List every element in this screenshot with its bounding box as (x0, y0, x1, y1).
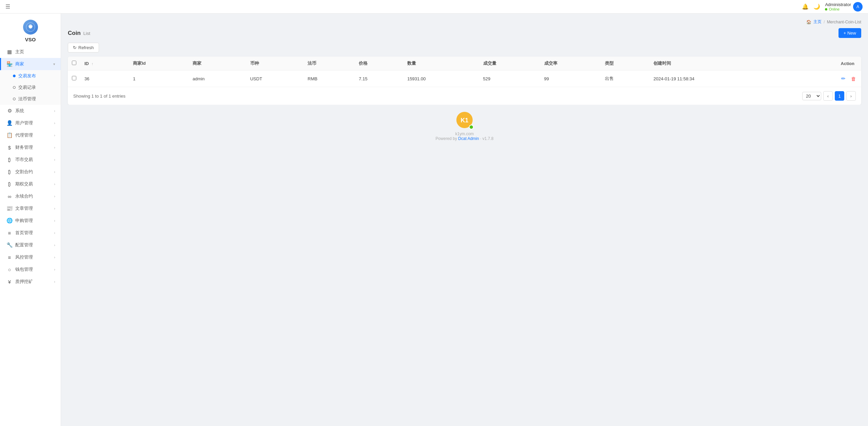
footer-brand-link[interactable]: Dcat Admin (458, 136, 479, 141)
sidebar-item-article-management[interactable]: 📰 文章管理 › (0, 202, 61, 215)
sidebar-item-label: 主页 (15, 49, 24, 55)
row-checkbox[interactable] (72, 76, 76, 80)
submenu-item-fiat-management[interactable]: 法币管理 (0, 93, 61, 105)
hamburger-icon[interactable]: ☰ (5, 3, 10, 10)
user-icon: 👤 (6, 120, 13, 126)
sidebar-item-label: 用户管理 (15, 120, 33, 126)
cell-type: 出售 (601, 70, 649, 87)
apply-icon: 🌐 (6, 218, 13, 224)
merchant-icon: 🏪 (6, 61, 13, 67)
select-all-checkbox[interactable] (72, 61, 76, 65)
delete-icon[interactable]: 🗑 (850, 75, 857, 83)
bell-icon[interactable]: 🔔 (802, 3, 809, 10)
sidebar-item-futures-trade[interactable]: ₿ 期权交易 › (0, 178, 61, 190)
header-merchant: 商家 (189, 57, 246, 70)
avatar[interactable]: A (853, 2, 863, 12)
toolbar: ↻ Refresh (68, 43, 861, 53)
page-size-select[interactable]: 20 50 100 (802, 92, 821, 100)
header-trade-count: 成交率 (540, 57, 601, 70)
moon-icon[interactable]: 🌙 (813, 3, 820, 10)
chevron-right-icon: › (54, 133, 55, 137)
cell-action: ✏ 🗑 (790, 70, 861, 87)
sidebar-item-label: 质押挖矿 (15, 279, 33, 285)
pagination: 20 50 100 ‹ 1 › (802, 91, 856, 101)
sidebar-item-contract-trade[interactable]: ₿ 交割合约 › (0, 166, 61, 178)
home-icon-sm: 🏠 (806, 20, 811, 24)
sidebar-item-perpetual-contract[interactable]: ∞ 永续合约 › (0, 190, 61, 202)
sidebar-item-merchant[interactable]: 🏪 商家 ▾ (0, 58, 61, 70)
coin-table: ID ↑ 商家Id 商家 币种 法币 价格 数量 成交量 成交率 类型 创建时间 (68, 57, 861, 87)
sidebar-item-home-management[interactable]: ≡ 首页管理 › (0, 227, 61, 239)
home-icon: ▦ (6, 49, 13, 55)
futures-icon: ₿ (6, 181, 13, 187)
sidebar-item-agent-management[interactable]: 📋 代理管理 › (0, 129, 61, 141)
sidebar-item-label: 首页管理 (15, 230, 33, 236)
sidebar-item-user-management[interactable]: 👤 用户管理 › (0, 117, 61, 129)
page-title-area: Coin List (68, 30, 90, 37)
sidebar-item-coin-trade[interactable]: ₿ 币市交易 › (0, 154, 61, 166)
page-1-button[interactable]: 1 (835, 91, 844, 101)
chevron-right-icon: › (54, 267, 55, 271)
sidebar-item-mining[interactable]: ¥ 质押挖矿 › (0, 276, 61, 288)
header-id: ID ↑ (80, 57, 129, 70)
chevron-right-icon: › (54, 280, 55, 284)
cell-trade-count: 99 (540, 70, 601, 87)
chevron-down-icon: ▾ (53, 62, 55, 66)
submenu-label: 交易发布 (18, 73, 36, 79)
sidebar-item-wallet-management[interactable]: ○ 钱包管理 › (0, 263, 61, 276)
next-page-button[interactable]: › (846, 91, 856, 101)
logo-area: VSO (0, 14, 61, 46)
header-created-at: 创建时间 (649, 57, 789, 70)
topbar: ☰ 🔔 🌙 Administrator Online A (0, 0, 868, 14)
sidebar-item-config-management[interactable]: 🔧 配置管理 › (0, 239, 61, 251)
sidebar-item-finance-management[interactable]: $ 财务管理 › (0, 141, 61, 154)
prev-page-button[interactable]: ‹ (823, 91, 833, 101)
row-checkbox-cell (68, 70, 80, 87)
cell-quantity: 15931.00 (403, 70, 479, 87)
finance-icon: $ (6, 145, 13, 150)
sidebar-item-label: 永续合约 (15, 193, 33, 199)
agent-icon: 📋 (6, 132, 13, 138)
sub-dot-icon (13, 86, 16, 89)
refresh-icon: ↻ (73, 45, 77, 50)
logo-text: VSO (25, 37, 36, 42)
pagination-info: Showing 1 to 1 of 1 entries (73, 94, 125, 99)
edit-icon[interactable]: ✏ (840, 75, 847, 83)
sidebar-item-risk-management[interactable]: ≡ 风控管理 › (0, 251, 61, 263)
submenu-item-trade-record[interactable]: 交易记录 (0, 82, 61, 93)
layout: VSO ▦ 主页 🏪 商家 ▾ 交易发布 交易记录 (0, 14, 868, 426)
refresh-button[interactable]: ↻ Refresh (68, 43, 99, 53)
breadcrumb-home[interactable]: 主页 (813, 19, 822, 25)
chevron-right-icon: › (54, 121, 55, 125)
risk-icon: ≡ (6, 255, 13, 260)
sidebar-item-label: 系统 (15, 108, 24, 114)
chevron-right-icon: › (54, 219, 55, 223)
header-price: 价格 (355, 57, 403, 70)
new-button[interactable]: + New (839, 28, 861, 38)
page-subtitle: List (83, 31, 90, 36)
logo-icon (23, 20, 38, 35)
header-quantity: 数量 (403, 57, 479, 70)
sidebar-item-label: 文章管理 (15, 205, 33, 211)
user-status: Online (825, 7, 851, 11)
chevron-right-icon: › (54, 145, 55, 149)
sidebar-item-home[interactable]: ▦ 主页 (0, 46, 61, 58)
table-footer: Showing 1 to 1 of 1 entries (68, 87, 861, 105)
sidebar-item-apply-management[interactable]: 🌐 申购管理 › (0, 215, 61, 227)
user-name: Administrator (825, 2, 851, 7)
contract-icon: ₿ (6, 169, 13, 175)
data-table: ID ↑ 商家Id 商家 币种 法币 价格 数量 成交量 成交率 类型 创建时间 (68, 57, 861, 105)
merchant-submenu: 交易发布 交易记录 法币管理 (0, 70, 61, 105)
breadcrumb: 🏠 主页 / Merchant-Coin-List (68, 19, 861, 25)
coin-icon: ₿ (6, 157, 13, 163)
header-action: Action (790, 57, 861, 70)
mining-icon: ¥ (6, 279, 13, 285)
sidebar-item-label: 财务管理 (15, 144, 33, 150)
submenu-item-trade-publish[interactable]: 交易发布 (0, 70, 61, 82)
sidebar-item-label: 钱包管理 (15, 266, 33, 272)
cell-coin: USDT (246, 70, 304, 87)
svg-point-1 (29, 26, 32, 28)
header-coin: 币种 (246, 57, 304, 70)
sidebar-item-system[interactable]: ⚙ 系统 › (0, 105, 61, 117)
sub-dot-icon (13, 75, 16, 77)
